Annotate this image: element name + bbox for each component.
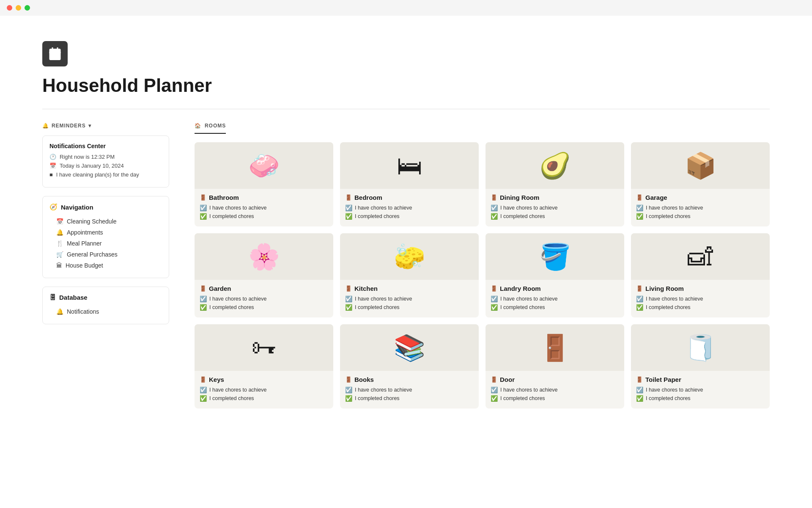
database-icon: 🗄 [49,294,56,301]
room-image: 🌸 [195,233,333,280]
checkbox-achieve-icon: ☑️ [200,204,207,211]
room-card-landry-room[interactable]: 🪣 🚪 Landry Room ☑️ I have chores to achi… [486,233,624,318]
room-emoji: 🧽 [394,242,425,272]
database-heading-label: Database [59,294,88,301]
room-card-bathroom[interactable]: 🧼 🚪 Bathroom ☑️ I have chores to achieve… [195,142,333,226]
chore-achieve: ☑️ I have chores to achieve [345,387,474,393]
checkbox-achieve-icon: ☑️ [636,387,643,393]
checkbox-achieve-icon: ☑️ [345,204,352,211]
checkbox-completed-icon: ✅ [200,213,207,220]
close-button[interactable] [7,5,12,11]
reminders-label: REMINDERS [52,123,86,129]
chore-completed: ✅ I completed chores [636,304,765,311]
room-name-text: Door [500,376,515,383]
room-door-icon: 🚪 [491,194,497,201]
room-door-icon: 🚪 [491,285,497,292]
chore-achieve-text: I have chores to achieve [209,296,267,302]
room-name: 🚪 Toilet Paper [636,376,765,383]
room-door-icon: 🚪 [345,194,352,201]
room-name: 🚪 Garage [636,194,765,201]
room-image: 📦 [631,142,770,189]
bell-db-icon: 🔔 [56,308,63,315]
sidebar-item-meal-planner[interactable]: 🍴 Meal Planner [49,238,162,249]
sidebar-item-notifications[interactable]: 🔔 Notifications [49,306,162,317]
chore-achieve: ☑️ I have chores to achieve [636,387,765,393]
page-icon [42,41,68,66]
sidebar-item-cleaning-schedule[interactable]: 📅 Cleaning Schedule [49,216,162,227]
room-image: 🚪 [486,324,624,371]
chore-completed-text: I completed chores [355,304,400,310]
chore-completed: ✅ I completed chores [636,395,765,402]
room-emoji: 🥑 [539,151,571,181]
room-card-garden[interactable]: 🌸 🚪 Garden ☑️ I have chores to achieve ✅… [195,233,333,318]
room-name: 🚪 Kitchen [345,285,474,292]
general-purchases-label: General Purchases [67,251,118,258]
chore-achieve-text: I have chores to achieve [355,296,412,302]
chore-achieve-text: I have chores to achieve [500,387,558,393]
checkbox-completed-icon: ✅ [200,395,207,402]
page-divider [42,109,770,109]
database-card: 🗄 Database 🔔 Notifications [42,287,169,324]
checkbox-completed-icon: ✅ [491,304,498,311]
chore-achieve-text: I have chores to achieve [646,205,703,211]
chore-achieve: ☑️ I have chores to achieve [200,295,328,302]
checkbox-achieve-icon: ☑️ [636,295,643,302]
room-card-toilet-paper[interactable]: 🧻 🚪 Toilet Paper ☑️ I have chores to ach… [631,324,770,409]
chore-completed-text: I completed chores [500,304,545,310]
chore-completed-text: I completed chores [355,395,400,401]
checkbox-completed-icon: ✅ [200,304,207,311]
sidebar-item-house-budget[interactable]: 🏛 House Budget [49,260,162,271]
sidebar: 🔔 REMINDERS ▾ Notifications Center 🕐 Rig… [42,123,169,324]
sidebar-item-appointments[interactable]: 🔔 Appointments [49,227,162,238]
room-card-body: 🚪 Toilet Paper ☑️ I have chores to achie… [631,371,770,409]
svg-rect-0 [49,49,61,60]
room-name-text: Bedroom [354,194,382,201]
main-content: Household Planner 🔔 REMINDERS ▾ Notifica… [0,16,812,434]
minimize-button[interactable] [16,5,21,11]
chore-completed-text: I completed chores [209,304,254,310]
room-card-bedroom[interactable]: 🛏 🚪 Bedroom ☑️ I have chores to achieve … [340,142,479,226]
checkbox-completed-icon: ✅ [636,304,643,311]
room-image: 🧻 [631,324,770,371]
chore-achieve: ☑️ I have chores to achieve [491,387,619,393]
room-card-body: 🚪 Garage ☑️ I have chores to achieve ✅ I… [631,189,770,226]
rooms-label: ROOMS [205,123,226,129]
room-card-dining-room[interactable]: 🥑 🚪 Dining Room ☑️ I have chores to achi… [486,142,624,226]
sidebar-item-general-purchases[interactable]: 🛒 General Purchases [49,249,162,260]
bell-icon: 🔔 [42,123,49,129]
rooms-grid: 🧼 🚪 Bathroom ☑️ I have chores to achieve… [195,142,770,409]
room-emoji: 🧼 [248,151,280,181]
chore-achieve-text: I have chores to achieve [646,296,703,302]
reminders-section-header: 🔔 REMINDERS ▾ [42,123,169,129]
notifications-label: Notifications [67,308,99,315]
bank-nav-icon: 🏛 [56,262,62,269]
room-card-keys[interactable]: 🗝 🚪 Keys ☑️ I have chores to achieve ✅ I… [195,324,333,409]
chore-completed: ✅ I completed chores [491,213,619,220]
reminders-chevron[interactable]: ▾ [88,123,91,129]
room-card-garage[interactable]: 📦 🚪 Garage ☑️ I have chores to achieve ✅… [631,142,770,226]
room-name: 🚪 Books [345,376,474,383]
checkbox-achieve-icon: ☑️ [491,204,498,211]
chore-achieve: ☑️ I have chores to achieve [636,204,765,211]
room-name-text: Landry Room [500,285,541,292]
room-name: 🚪 Bathroom [200,194,328,201]
titlebar [0,0,812,16]
chore-completed-text: I completed chores [646,304,691,310]
chore-achieve: ☑️ I have chores to achieve [636,295,765,302]
checkbox-achieve-icon: ☑️ [200,387,207,393]
room-door-icon: 🚪 [491,376,497,383]
room-emoji: 📦 [685,151,716,181]
notification-cleaning: ■ I have cleaning plan(s) for the day [49,171,162,178]
room-card-kitchen[interactable]: 🧽 🚪 Kitchen ☑️ I have chores to achieve … [340,233,479,318]
notification-time: 🕐 Right now is 12:32 PM [49,154,162,160]
maximize-button[interactable] [25,5,30,11]
room-card-living-room[interactable]: 🛋 🚪 Living Room ☑️ I have chores to achi… [631,233,770,318]
room-image: 🛏 [340,142,479,189]
checkbox-achieve-icon: ☑️ [345,387,352,393]
room-card-books[interactable]: 📚 🚪 Books ☑️ I have chores to achieve ✅ … [340,324,479,409]
checkbox-completed-icon: ✅ [345,304,352,311]
room-card-body: 🚪 Landry Room ☑️ I have chores to achiev… [486,280,624,318]
room-card-door[interactable]: 🚪 🚪 Door ☑️ I have chores to achieve ✅ I… [486,324,624,409]
room-door-icon: 🚪 [200,376,206,383]
checkbox-achieve-icon: ☑️ [491,295,498,302]
